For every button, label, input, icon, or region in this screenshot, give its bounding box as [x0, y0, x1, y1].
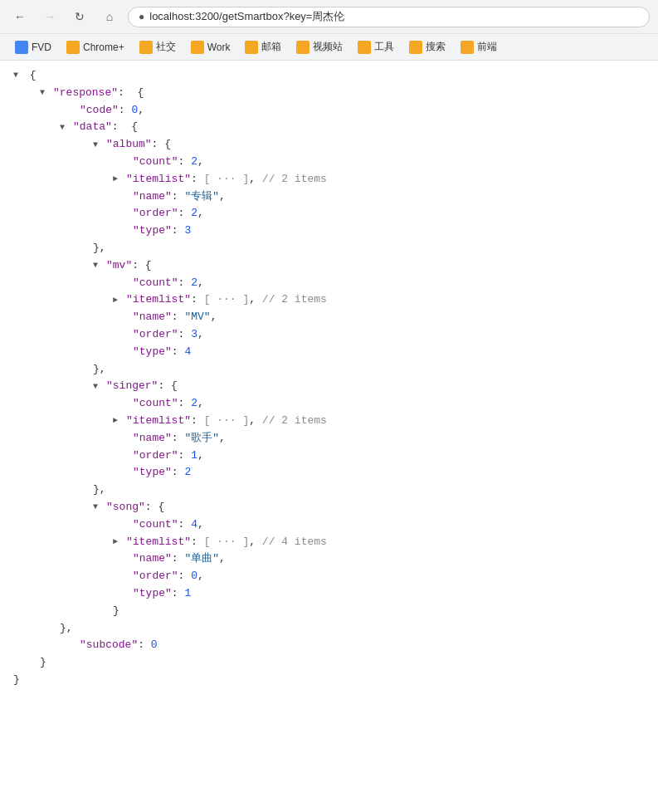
url-input[interactable] [149, 11, 639, 23]
song-toggle[interactable]: ▼ [93, 501, 103, 514]
bookmark-label: FVD [32, 42, 51, 53]
song-itemlist-key: "itemlist" [126, 534, 191, 551]
album-itemlist-key: "itemlist" [126, 171, 191, 188]
response-line: ▼ "response" : { [13, 85, 645, 102]
singer-line: ▼ "singer" : { [13, 378, 645, 395]
root-toggle[interactable]: ▼ [13, 69, 23, 82]
mv-type-value: 4 [184, 344, 191, 361]
singer-itemlist-key: "itemlist" [126, 413, 191, 430]
album-name-key: "name" [133, 188, 172, 206]
bookmark-label: 前端 [477, 40, 497, 54]
song-count-value: 4 [191, 516, 197, 534]
song-name-line: "name" : "单曲" , [13, 550, 645, 568]
bookmark-icon [15, 41, 28, 54]
mv-name-key: "name" [133, 309, 172, 326]
song-itemlist-line: ► "itemlist" : [ ··· ] , // 4 items [13, 534, 645, 551]
mv-order-value: 3 [191, 326, 197, 344]
album-count-line: "count" : 2 , [13, 154, 645, 171]
mv-itemlist-toggle[interactable]: ► [113, 294, 123, 307]
song-close-line: } [13, 603, 645, 620]
code-key: "code" [80, 102, 119, 120]
bookmark-item[interactable]: Chrome+ [60, 38, 131, 56]
album-order-value: 2 [191, 205, 197, 223]
bookmark-icon [245, 41, 258, 54]
song-itemlist-toggle[interactable]: ► [113, 536, 123, 549]
bookmark-label: 视频站 [313, 40, 343, 54]
data-toggle[interactable]: ▼ [60, 121, 70, 135]
mv-count-key: "count" [133, 275, 178, 292]
singer-name-value: "歌手" [184, 430, 219, 448]
singer-type-key: "type" [133, 464, 172, 482]
home-button[interactable]: ⌂ [98, 5, 121, 28]
data-close-line: }, [13, 620, 645, 638]
mv-close-line: }, [13, 361, 645, 379]
bookmark-icon [358, 41, 371, 54]
bookmark-item[interactable]: 搜索 [402, 37, 452, 56]
bookmark-label: 工具 [374, 40, 394, 54]
bookmark-label: Work [207, 42, 231, 53]
response-close-line: } [13, 654, 645, 672]
mv-itemlist-key: "itemlist" [126, 291, 191, 309]
album-count-value: 2 [191, 154, 197, 171]
singer-key: "singer" [106, 378, 158, 395]
singer-name-key: "name" [133, 430, 172, 448]
song-type-value: 1 [184, 585, 191, 603]
address-bar[interactable]: ● [128, 7, 650, 27]
song-line: ▼ "song" : { [13, 499, 645, 516]
bookmark-icon [66, 41, 80, 54]
bookmark-item[interactable]: Work [184, 38, 237, 56]
bookmark-item[interactable]: FVD [8, 38, 58, 56]
singer-itemlist-collapsed: [ ··· ] [204, 413, 250, 430]
subcode-key: "subcode" [80, 637, 138, 654]
code-value: 0 [131, 102, 138, 120]
bookmark-icon [296, 41, 310, 54]
bookmark-item[interactable]: 工具 [351, 37, 401, 56]
bookmark-label: Chrome+ [83, 42, 124, 53]
mv-type-key: "type" [133, 344, 172, 361]
back-button[interactable]: ← [8, 5, 32, 28]
bookmarks-bar: FVDChrome+社交Work邮箱视频站工具搜索前端 [0, 33, 658, 60]
code-line: "code" : 0 , [13, 102, 645, 120]
bookmark-label: 搜索 [426, 40, 446, 54]
bookmark-item[interactable]: 邮箱 [238, 37, 288, 56]
song-order-line: "order" : 0 , [13, 568, 645, 585]
singer-type-value: 2 [184, 464, 191, 482]
mv-line: ▼ "mv" : { [13, 257, 645, 275]
song-count-line: "count" : 4 , [13, 516, 645, 534]
album-itemlist-comment: // 2 items [262, 171, 327, 188]
album-itemlist-toggle[interactable]: ► [113, 173, 123, 186]
bookmark-item[interactable]: 社交 [133, 37, 183, 56]
singer-itemlist-toggle[interactable]: ► [113, 414, 123, 428]
mv-order-key: "order" [133, 326, 178, 344]
response-key: "response" [53, 85, 118, 102]
song-type-line: "type" : 1 [13, 585, 645, 603]
mv-name-value: "MV" [184, 309, 210, 326]
mv-count-value: 2 [191, 275, 197, 292]
song-order-value: 0 [191, 568, 197, 585]
singer-count-key: "count" [133, 395, 178, 413]
album-type-key: "type" [133, 223, 172, 240]
singer-toggle[interactable]: ▼ [93, 380, 103, 394]
singer-order-key: "order" [133, 448, 178, 465]
mv-toggle[interactable]: ▼ [93, 259, 103, 272]
album-close-line: }, [13, 240, 645, 257]
reload-button[interactable]: ↻ [68, 5, 91, 28]
response-toggle[interactable]: ▼ [40, 86, 50, 100]
data-key: "data" [73, 119, 112, 136]
album-toggle[interactable]: ▼ [93, 139, 103, 152]
singer-count-value: 2 [191, 395, 197, 413]
bookmark-item[interactable]: 前端 [454, 37, 504, 56]
album-line: ▼ "album" : { [13, 136, 645, 154]
data-line: ▼ "data" : { [13, 119, 645, 136]
mv-key: "mv" [106, 257, 132, 275]
song-count-key: "count" [133, 516, 178, 534]
root-open: ▼ { [13, 67, 645, 85]
singer-itemlist-line: ► "itemlist" : [ ··· ] , // 2 items [13, 413, 645, 430]
album-name-value: "专辑" [184, 188, 219, 206]
forward-button[interactable]: → [38, 5, 61, 28]
mv-order-line: "order" : 3 , [13, 326, 645, 344]
subcode-value: 0 [151, 637, 158, 654]
mv-itemlist-line: ► "itemlist" : [ ··· ] , // 2 items [13, 291, 645, 309]
bookmark-icon [191, 41, 204, 54]
bookmark-item[interactable]: 视频站 [290, 37, 349, 56]
